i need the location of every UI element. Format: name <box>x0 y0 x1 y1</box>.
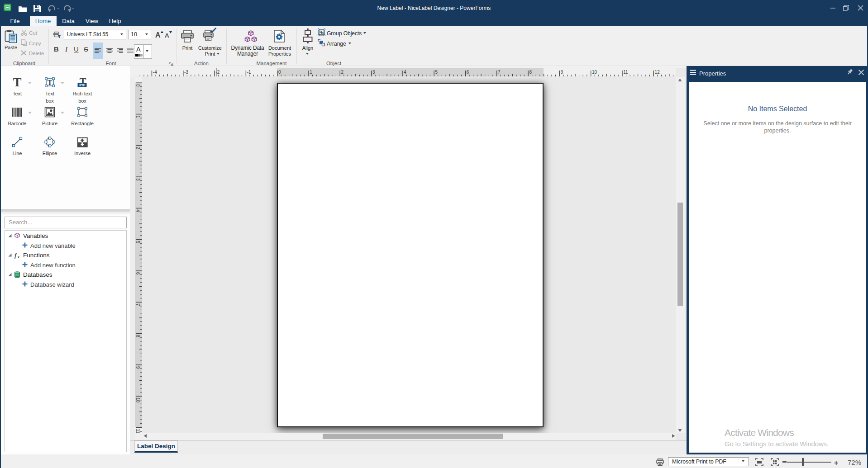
svg-text:11: 11 <box>135 429 140 433</box>
svg-text:6: 6 <box>135 272 140 275</box>
svg-text:12: 12 <box>655 70 660 75</box>
svg-text:-4: -4 <box>153 70 157 75</box>
svg-text:2: 2 <box>135 147 140 150</box>
svg-text:RTF: RTF <box>79 84 85 87</box>
svg-text:0: 0 <box>278 70 281 75</box>
svg-text:T: T <box>13 77 22 88</box>
svg-text:0: 0 <box>135 84 140 87</box>
svg-text:9: 9 <box>135 366 140 369</box>
svg-text:7: 7 <box>498 70 501 75</box>
svg-text:1: 1 <box>135 115 140 118</box>
svg-text:8: 8 <box>135 335 140 337</box>
svg-text:-3: -3 <box>184 70 188 75</box>
svg-text:T: T <box>48 79 52 86</box>
svg-text:f: f <box>14 252 17 259</box>
svg-text:3: 3 <box>135 178 140 181</box>
svg-text:4: 4 <box>404 70 406 75</box>
svg-text:-2: -2 <box>215 70 219 75</box>
svg-text:-1: -1 <box>247 70 251 75</box>
svg-text:9: 9 <box>561 70 563 75</box>
svg-text:10: 10 <box>592 70 597 75</box>
svg-text:5: 5 <box>135 241 140 244</box>
svg-text:10: 10 <box>135 397 140 403</box>
svg-text:11: 11 <box>623 70 628 75</box>
svg-text:7: 7 <box>135 303 140 306</box>
svg-text:6: 6 <box>467 70 469 75</box>
svg-text:T: T <box>58 34 61 38</box>
svg-text:4: 4 <box>135 209 140 212</box>
svg-text:8: 8 <box>529 70 532 75</box>
svg-text:1: 1 <box>310 70 312 75</box>
svg-text:2: 2 <box>341 70 344 75</box>
svg-text:5: 5 <box>435 70 438 75</box>
svg-text:3: 3 <box>372 70 375 75</box>
svg-text:x: x <box>18 255 19 259</box>
